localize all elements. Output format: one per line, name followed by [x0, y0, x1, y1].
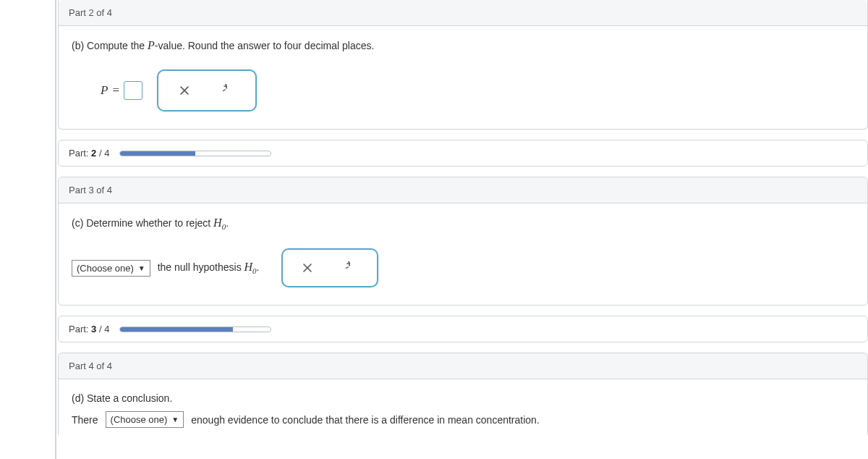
progress-part-2: Part: 2 / 4 [58, 140, 868, 167]
p-symbol: P [101, 83, 108, 98]
part-3-header: Part 3 of 4 [59, 177, 867, 203]
part-2-instruction: (b) Compute the P-value. Round the answe… [72, 39, 854, 52]
part-4-instruction: (d) State a conclusion. [72, 392, 854, 404]
part-3-instruction: (c) Determine whether to reject H0. [72, 216, 854, 231]
p-value-equation: P = [101, 81, 142, 100]
progress-track [119, 151, 271, 156]
x-icon [302, 262, 313, 274]
progress-label: Part: 3 / 4 [69, 324, 109, 334]
undo-icon [346, 261, 359, 274]
select-label: (Choose one) [77, 263, 134, 274]
undo-icon [223, 84, 236, 97]
x-icon [179, 85, 190, 96]
reject-choice-select[interactable]: (Choose one) ▼ [72, 260, 150, 277]
progress-fill [120, 151, 195, 156]
null-hypothesis-text: the null hypothesis H0. [158, 261, 260, 275]
part-4-panel: Part 4 of 4 (d) State a conclusion. Ther… [58, 353, 868, 435]
select-label: (Choose one) [111, 414, 168, 425]
progress-fill [120, 327, 233, 332]
conclusion-choice-select[interactable]: (Choose one) ▼ [106, 411, 184, 428]
part-4-header: Part 4 of 4 [59, 353, 867, 379]
p-value-input[interactable] [124, 81, 142, 100]
chevron-down-icon: ▼ [171, 416, 179, 424]
conclusion-suffix: enough evidence to conclude that there i… [191, 414, 540, 426]
clear-button[interactable] [287, 256, 328, 280]
toolbar-part-2 [157, 70, 257, 111]
part-2-panel: Part 2 of 4 (b) Compute the P-value. Rou… [58, 0, 868, 130]
progress-label: Part: 2 / 4 [69, 148, 109, 159]
chevron-down-icon: ▼ [138, 264, 145, 272]
undo-button[interactable] [332, 256, 373, 280]
progress-part-3: Part: 3 / 4 [58, 316, 868, 342]
undo-button[interactable] [209, 78, 250, 103]
toolbar-part-3 [281, 248, 378, 287]
conclusion-prefix: There [72, 414, 98, 426]
part-2-header: Part 2 of 4 [59, 0, 867, 26]
progress-track [119, 327, 271, 332]
equals-symbol: = [112, 83, 119, 98]
part-3-panel: Part 3 of 4 (c) Determine whether to rej… [58, 177, 868, 306]
clear-button[interactable] [164, 78, 205, 103]
